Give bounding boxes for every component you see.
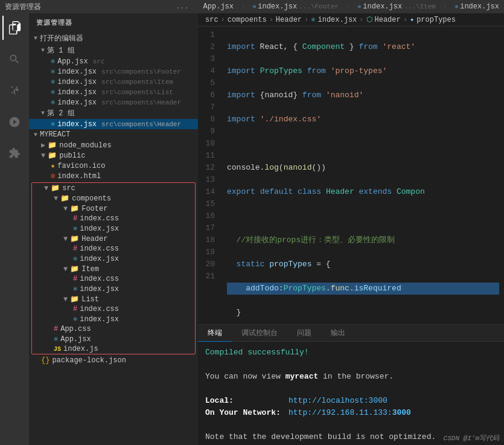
folder-arrow: ▼ (54, 194, 58, 203)
folder-src[interactable]: ▼ 📁 src (32, 183, 195, 193)
src-highlighted-section: ▼ 📁 src ▼ 📁 compoents ▼ 📁 Footer # index… (31, 182, 196, 354)
terminal-line-3: You can now view myreact in the browser. (205, 371, 497, 383)
open-editor-index-item[interactable]: ⚛ index.jsx src\compoents\Item (29, 77, 198, 87)
title-bar-text: 资源管理器 (5, 2, 41, 12)
folder-icon: 📁 (51, 184, 60, 193)
folder-arrow: ▼ (41, 152, 45, 160)
terminal-content: Compiled successfully! You can now view … (198, 342, 504, 445)
css-icon: # (54, 325, 58, 333)
file-package-lock[interactable]: {} package-lock.json (29, 356, 198, 365)
css-icon: # (73, 305, 77, 313)
terminal-line-6: On Your Network:http://192.168.11.133:30… (205, 407, 497, 419)
folder-list[interactable]: ▼ 📁 List (32, 294, 195, 304)
css-icon: # (73, 275, 77, 283)
folder-footer[interactable]: ▼ 📁 Footer (32, 203, 195, 214)
folder-arrow: ▼ (63, 205, 68, 213)
folder-public[interactable]: ▼ 📁 public (29, 150, 198, 161)
open-editor-index-header[interactable]: ⚛ index.jsx src\compoents\Header (29, 97, 198, 107)
file-item-css[interactable]: # index.css (32, 274, 195, 284)
file-item-jsx[interactable]: ⚛ index.jsx (32, 284, 195, 294)
folder-header[interactable]: ▼ 📁 Header (32, 234, 195, 244)
react-icon: ⚛ (73, 315, 77, 324)
sidebar: 资源管理器 ▼ 打开的编辑器 ▼ 第 1 组 ⚛ App.jsx src ⚛ i… (29, 13, 198, 445)
terminal-tabs: 终端 调试控制台 问题 输出 (198, 325, 504, 342)
open-editor-app-jsx[interactable]: ⚛ App.jsx src (29, 56, 198, 66)
react-icon: ⚛ (51, 88, 55, 97)
json-icon: {} (41, 356, 49, 365)
folder-arrow: ▼ (63, 295, 68, 304)
editor-area: src › compoents › Header › ⚛ index.jsx ›… (198, 13, 504, 445)
react-icon: ⚛ (51, 120, 55, 129)
folder-arrow: ▼ (63, 265, 68, 274)
file-header-css[interactable]: # index.css (32, 244, 195, 254)
folder-arrow: ▼ (44, 184, 48, 193)
tab-app-jsx[interactable]: App.jsx (203, 2, 234, 11)
file-app-css[interactable]: # App.css (32, 324, 195, 334)
star-icon: ★ (51, 161, 55, 170)
file-list-css[interactable]: # index.css (32, 304, 195, 314)
group2-header[interactable]: ▼ 第 2 组 (29, 107, 198, 119)
tab-divider3: · (443, 2, 447, 11)
tab-index-footer[interactable]: ⚛ index.jsx ...\Footer (252, 2, 339, 11)
code-content[interactable]: import React, { Component } from 'react'… (222, 27, 504, 324)
myreact-section[interactable]: ▼ MYREACT (29, 129, 198, 140)
tab-index-item[interactable]: ⚛ index.jsx ...\Item (357, 2, 436, 11)
js-icon: JS (54, 346, 61, 353)
open-editor-group2-header[interactable]: ⚛ index.jsx src\compoents\Header (29, 119, 198, 129)
file-index-html[interactable]: ⚙ index.html (29, 171, 198, 181)
output-tab[interactable]: 输出 (321, 325, 355, 342)
terminal-area: 终端 调试控制台 问题 输出 Compiled successfully! Yo… (198, 324, 504, 445)
react-icon: ⚛ (51, 67, 55, 76)
tab-divider: · (241, 2, 245, 11)
react-icon: ⚛ (51, 77, 55, 86)
tab-settings[interactable]: ⚛ index.jsx (455, 2, 499, 11)
open-editor-index-list[interactable]: ⚛ index.jsx src\compoents\List (29, 87, 198, 97)
file-header-jsx[interactable]: ⚛ index.jsx (32, 254, 195, 264)
sidebar-content: ▼ 打开的编辑器 ▼ 第 1 组 ⚛ App.jsx src ⚛ index.j… (29, 32, 198, 445)
html-icon: ⚙ (51, 171, 55, 181)
terminal-line-5: Local:http://localhost:3000 (205, 395, 497, 407)
folder-compoents[interactable]: ▼ 📁 compoents (32, 193, 195, 203)
terminal-tab[interactable]: 终端 (198, 325, 232, 342)
open-editor-index-footer[interactable]: ⚛ index.jsx src\compoents\Footer (29, 66, 198, 77)
folder-item[interactable]: ▼ 📁 Item (32, 264, 195, 274)
search-icon[interactable] (2, 47, 27, 71)
folder-arrow: ▶ (41, 141, 45, 150)
myreact-label: MYREACT (40, 130, 70, 139)
group1-header[interactable]: ▼ 第 1 组 (29, 45, 198, 56)
git-icon[interactable] (2, 78, 27, 103)
terminal-line-2 (205, 359, 497, 371)
file-app-jsx[interactable]: ⚛ App.jsx (32, 334, 195, 344)
extensions-icon[interactable] (2, 141, 27, 165)
terminal-line-7 (205, 419, 497, 431)
react-icon-tab1: ⚛ (252, 3, 256, 10)
explorer-icon[interactable] (2, 16, 27, 40)
css-icon: # (73, 214, 77, 223)
file-list-jsx[interactable]: ⚛ index.jsx (32, 314, 195, 324)
react-icon: ⚛ (73, 254, 77, 263)
debug-icon[interactable] (2, 110, 27, 134)
folder-icon: 📁 (48, 151, 57, 160)
debug-console-tab[interactable]: 调试控制台 (232, 325, 287, 342)
folder-icon: 📁 (48, 141, 57, 150)
open-editors-section[interactable]: ▼ 打开的编辑器 (29, 32, 198, 45)
terminal-line-1: Compiled successfully! (205, 347, 497, 359)
folder-icon: 📁 (70, 264, 79, 274)
file-favicon[interactable]: ★ favicon.ico (29, 161, 198, 171)
problems-tab[interactable]: 问题 (287, 325, 321, 342)
react-icon-tab2: ⚛ (357, 3, 361, 10)
folder-node-modules[interactable]: ▶ 📁 node_modules (29, 140, 198, 150)
watermark: CSDN @I'm写代码 (444, 434, 499, 443)
open-editors-arrow: ▼ (34, 35, 37, 42)
react-icon-tab3: ⚛ (455, 3, 458, 10)
react-icon: ⚛ (51, 57, 55, 66)
file-footer-css[interactable]: # index.css (32, 214, 195, 223)
file-index-js[interactable]: JS index.js (32, 344, 195, 354)
open-editors-label: 打开的编辑器 (40, 33, 83, 43)
folder-icon: 📁 (70, 295, 79, 304)
group2-arrow: ▼ (41, 110, 45, 117)
file-footer-jsx[interactable]: ⚛ index.jsx (32, 223, 195, 234)
breadcrumb: src › compoents › Header › ⚛ index.jsx ›… (198, 13, 504, 27)
code-editor: 12345 678910 1112131415 1617181920 21 im… (198, 27, 504, 324)
tab-divider2: · (346, 2, 350, 11)
